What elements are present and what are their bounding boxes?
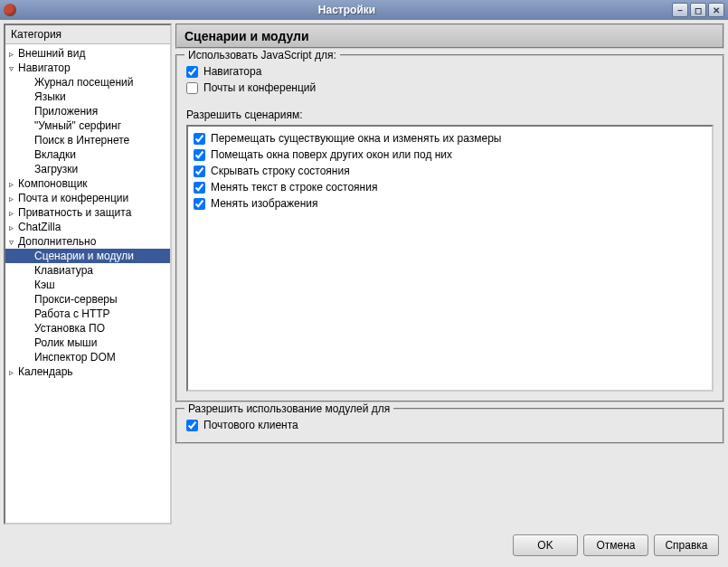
js-enable-label: Навигатора — [203, 65, 261, 78]
tree-item-label: Журнал посещений — [34, 76, 133, 89]
tree-item-label: Кэш — [34, 279, 55, 291]
script-perm-row[interactable]: Перемещать существующие окна и изменять … — [194, 130, 706, 146]
tree-item-label: Поиск в Интернете — [34, 134, 129, 146]
script-perm-checkbox[interactable] — [194, 165, 205, 177]
tree-item[interactable]: Сценарии и модули — [5, 249, 170, 263]
javascript-groupbox: Использовать JavaScript для: НавигатораП… — [175, 54, 724, 402]
sidebar-title: Категория — [5, 25, 170, 44]
js-enable-checkbox[interactable] — [186, 82, 198, 94]
tree-item[interactable]: ▹Компоновщик — [5, 176, 170, 191]
help-button[interactable]: Справка — [654, 534, 719, 556]
tree-item-label: Загрузки — [34, 163, 78, 175]
javascript-groupbox-title: Использовать JavaScript для: — [184, 49, 340, 61]
panel-title: Сценарии и модули — [175, 24, 724, 49]
script-perm-label: Менять текст в строке состояния — [211, 181, 377, 194]
tree-item[interactable]: ▹ChatZilla — [5, 220, 170, 234]
tree-item-label: Навигатор — [18, 61, 71, 74]
tree-item-label: Дополнительно — [18, 235, 96, 248]
close-button[interactable]: ✕ — [708, 3, 724, 17]
plugin-enable-row[interactable]: Почтового клиента — [186, 417, 714, 433]
titlebar: Настройки – ◻ ✕ — [0, 0, 728, 20]
tree-item-label: Вкладки — [34, 148, 76, 161]
script-perm-row[interactable]: Скрывать строку состояния — [194, 163, 706, 179]
tree-item[interactable]: Инспектор DOM — [5, 350, 170, 364]
tree-item-label: Приложения — [34, 105, 98, 118]
tree-item[interactable]: ▹Внешний вид — [5, 46, 170, 61]
tree-toggle-icon: ▹ — [9, 49, 18, 59]
tree-item[interactable]: "Умный" серфинг — [5, 118, 170, 133]
js-enable-row[interactable]: Почты и конференций — [186, 80, 714, 96]
tree-item-label: "Умный" серфинг — [34, 119, 121, 132]
script-perm-row[interactable]: Менять текст в строке состояния — [194, 179, 706, 195]
scripts-permissions-list[interactable]: Перемещать существующие окна и изменять … — [186, 125, 714, 392]
tree-item[interactable]: Вкладки — [5, 147, 170, 162]
tree-toggle-icon: ▹ — [9, 179, 18, 189]
tree-item-label: Языки — [34, 90, 66, 103]
tree-item[interactable]: ▹Приватность и защита — [5, 205, 170, 220]
tree-toggle-icon: ▹ — [9, 208, 18, 218]
tree-item-label: Внешний вид — [18, 47, 85, 60]
maximize-button[interactable]: ◻ — [690, 3, 706, 17]
tree-item[interactable]: Приложения — [5, 104, 170, 118]
tree-item-label: Работа с HTTP — [34, 307, 110, 320]
tree-item-label: Почта и конференции — [18, 192, 128, 204]
category-sidebar: Категория ▹Внешний вид▿НавигаторЖурнал п… — [4, 24, 172, 524]
tree-item-label: Сценарии и модули — [34, 250, 134, 262]
script-perm-checkbox[interactable] — [194, 198, 205, 210]
script-perm-checkbox[interactable] — [194, 149, 205, 161]
tree-item-label: Инспектор DOM — [34, 351, 116, 364]
tree-toggle-icon: ▹ — [9, 194, 18, 203]
tree-item[interactable]: ▿Навигатор — [5, 61, 170, 75]
script-perm-label: Помещать окна поверх других окон или под… — [211, 148, 452, 161]
tree-item[interactable]: Загрузки — [5, 162, 170, 176]
script-perm-checkbox[interactable] — [194, 182, 205, 194]
script-perm-label: Менять изображения — [211, 197, 318, 210]
tree-toggle-icon: ▹ — [9, 367, 18, 377]
tree-item-label: Прокси-серверы — [34, 293, 118, 306]
tree-item[interactable]: Поиск в Интернете — [5, 133, 170, 147]
tree-item-label: ChatZilla — [18, 221, 61, 233]
script-perm-checkbox[interactable] — [194, 133, 205, 145]
tree-toggle-icon: ▿ — [9, 63, 18, 73]
minimize-button[interactable]: – — [672, 3, 688, 17]
tree-item[interactable]: Клавиатура — [5, 263, 170, 278]
cancel-button[interactable]: Отмена — [583, 534, 648, 556]
plugins-groupbox: Разрешить использование модулей для Почт… — [175, 408, 724, 444]
tree-item-label: Компоновщик — [18, 177, 88, 190]
tree-item-label: Приватность и защита — [18, 206, 131, 219]
tree-item[interactable]: Прокси-серверы — [5, 292, 170, 307]
tree-item[interactable]: Установка ПО — [5, 321, 170, 335]
app-icon — [4, 4, 16, 16]
plugin-enable-checkbox[interactable] — [186, 420, 198, 431]
main-panel: Сценарии и модули Использовать JavaScrip… — [175, 24, 724, 524]
tree-item[interactable]: ▹Почта и конференции — [5, 191, 170, 205]
window-title: Настройки — [22, 4, 672, 16]
plugin-enable-label: Почтового клиента — [203, 419, 298, 431]
dialog-button-bar: OK Отмена Справка — [0, 528, 728, 562]
tree-toggle-icon: ▹ — [9, 222, 18, 232]
script-perm-label: Скрывать строку состояния — [211, 165, 350, 177]
category-tree[interactable]: ▹Внешний вид▿НавигаторЖурнал посещенийЯз… — [5, 44, 170, 523]
tree-item-label: Клавиатура — [34, 264, 93, 277]
tree-item[interactable]: Журнал посещений — [5, 75, 170, 90]
tree-item[interactable]: Ролик мыши — [5, 335, 170, 350]
tree-item-label: Ролик мыши — [34, 336, 97, 349]
plugins-groupbox-title: Разрешить использование модулей для — [184, 402, 393, 415]
tree-item[interactable]: ▹Календарь — [5, 364, 170, 379]
script-perm-row[interactable]: Помещать окна поверх других окон или под… — [194, 146, 706, 163]
js-enable-checkbox[interactable] — [186, 66, 198, 78]
tree-item-label: Установка ПО — [34, 322, 105, 335]
scripts-permissions-label: Разрешить сценариям: — [186, 109, 714, 121]
js-enable-row[interactable]: Навигатора — [186, 63, 714, 80]
script-perm-label: Перемещать существующие окна и изменять … — [211, 132, 501, 145]
tree-item[interactable]: Языки — [5, 90, 170, 104]
tree-item-label: Календарь — [18, 365, 73, 378]
tree-item[interactable]: Работа с HTTP — [5, 307, 170, 321]
script-perm-row[interactable]: Менять изображения — [194, 195, 706, 212]
js-enable-label: Почты и конференций — [203, 81, 316, 94]
tree-item[interactable]: ▿Дополнительно — [5, 234, 170, 249]
tree-toggle-icon: ▿ — [9, 237, 18, 247]
tree-item[interactable]: Кэш — [5, 278, 170, 292]
ok-button[interactable]: OK — [513, 534, 578, 556]
